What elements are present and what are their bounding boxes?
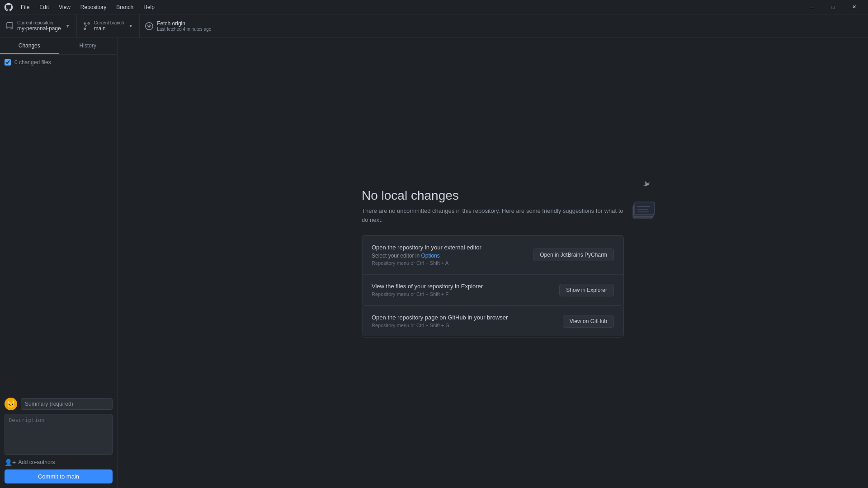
no-changes-subtitle: There are no uncommitted changes in this… — [362, 206, 624, 224]
view-github-shortcut: Repository menu or Ctrl + Shift + G — [372, 323, 508, 328]
file-count-item: 0 changed files — [0, 57, 117, 67]
close-button[interactable]: ✕ — [844, 0, 864, 14]
menu-repository[interactable]: Repository — [76, 3, 111, 12]
co-authors-row[interactable]: 👤+ Add co-authors — [5, 456, 113, 466]
illustration — [624, 179, 660, 216]
sidebar: Changes History 0 changed files 🐱 👤+ Add… — [0, 38, 118, 488]
main-layout: Changes History 0 changed files 🐱 👤+ Add… — [0, 38, 868, 488]
current-branch-section[interactable]: Current branch main ▼ — [77, 14, 140, 38]
window-controls: — □ ✕ — [802, 0, 864, 14]
show-explorer-card: View the files of your repository in Exp… — [362, 274, 623, 305]
options-link[interactable]: Options — [421, 253, 439, 259]
github-logo-icon — [4, 2, 14, 12]
show-in-explorer-button[interactable]: Show in Explorer — [559, 284, 614, 296]
description-input[interactable] — [5, 414, 113, 455]
toolbar: Current repository my-personal-page ▼ Cu… — [0, 14, 868, 38]
branch-dropdown-icon: ▼ — [127, 23, 134, 29]
no-changes-title: No local changes — [362, 188, 624, 203]
commit-area: 🐱 👤+ Add co-authors Commit to main — [0, 393, 117, 488]
menu-edit[interactable]: Edit — [35, 3, 53, 12]
repo-label: Current repository my-personal-page — [17, 20, 61, 32]
open-editor-card: Open the repository in your external edi… — [362, 235, 623, 274]
summary-input[interactable] — [21, 398, 113, 410]
open-in-jetbrains-button[interactable]: Open in JetBrains PyCharm — [533, 249, 614, 261]
repo-label-sub: Current repository — [17, 20, 61, 25]
repo-dropdown-icon: ▼ — [65, 23, 71, 29]
fetch-subtitle: Last fetched 4 minutes ago — [157, 27, 211, 32]
show-explorer-shortcut: Repository menu or Ctrl + Shift + F — [372, 291, 483, 297]
main-content: No local changes There are no uncommitte… — [118, 38, 868, 488]
branch-icon — [82, 22, 90, 30]
file-count-label: 0 changed files — [14, 59, 51, 66]
commit-summary-row: 🐱 — [5, 398, 113, 410]
menu-branch[interactable]: Branch — [112, 3, 138, 12]
branch-label-sub: Current branch — [94, 20, 124, 25]
svg-rect-2 — [635, 202, 655, 215]
view-on-github-button[interactable]: View on GitHub — [563, 315, 614, 328]
open-editor-desc: Select your editor in Options — [372, 253, 481, 259]
tab-history[interactable]: History — [59, 38, 118, 54]
open-editor-title: Open the repository in your external edi… — [372, 244, 481, 251]
menu-file[interactable]: File — [16, 3, 34, 12]
menu-bar: File Edit View Repository Branch Help — [16, 3, 159, 12]
branch-name: main — [94, 25, 124, 32]
minimize-button[interactable]: — — [802, 0, 823, 14]
no-changes-card: No local changes There are no uncommitte… — [362, 188, 624, 338]
no-changes-illustration — [624, 179, 665, 220]
repo-name: my-personal-page — [17, 25, 61, 32]
commit-button[interactable]: Commit to main — [5, 469, 113, 483]
titlebar: File Edit View Repository Branch Help — … — [0, 0, 868, 14]
file-list: 0 changed files — [0, 55, 117, 393]
fetch-title: Fetch origin — [157, 20, 211, 27]
maximize-button[interactable]: □ — [823, 0, 844, 14]
view-github-title: Open the repository page on GitHub in yo… — [372, 314, 508, 321]
fetch-label: Fetch origin Last fetched 4 minutes ago — [157, 20, 211, 32]
menu-view[interactable]: View — [54, 3, 75, 12]
show-explorer-info: View the files of your repository in Exp… — [372, 283, 483, 297]
action-cards: Open the repository in your external edi… — [362, 235, 624, 338]
repo-icon — [5, 22, 14, 30]
menu-help[interactable]: Help — [139, 3, 159, 12]
select-all-checkbox[interactable] — [5, 59, 11, 66]
branch-label: Current branch main — [94, 20, 124, 32]
tab-changes[interactable]: Changes — [0, 38, 59, 54]
no-changes-text-block: No local changes There are no uncommitte… — [362, 188, 624, 224]
fetch-icon — [145, 22, 153, 30]
view-github-info: Open the repository page on GitHub in yo… — [372, 314, 508, 328]
co-authors-label: Add co-authors — [18, 459, 55, 465]
avatar: 🐱 — [5, 398, 17, 410]
fetch-section[interactable]: Fetch origin Last fetched 4 minutes ago — [140, 14, 217, 38]
open-editor-info: Open the repository in your external edi… — [372, 244, 481, 266]
view-github-card: Open the repository page on GitHub in yo… — [362, 305, 623, 336]
titlebar-left: File Edit View Repository Branch Help — [4, 2, 159, 12]
no-changes-header: No local changes There are no uncommitte… — [362, 188, 624, 224]
sidebar-tabs: Changes History — [0, 38, 117, 55]
show-explorer-title: View the files of your repository in Exp… — [372, 283, 483, 290]
current-repo-section[interactable]: Current repository my-personal-page ▼ — [5, 14, 77, 38]
open-editor-shortcut: Repository menu or Ctrl + Shift + A — [372, 260, 481, 266]
